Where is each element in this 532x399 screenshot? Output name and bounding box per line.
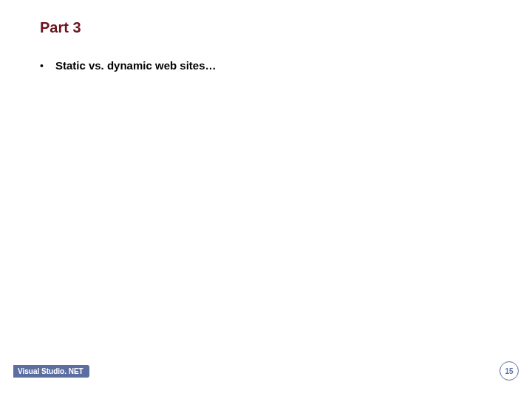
slide-title: Part 3 [40,19,81,36]
slide-footer: Visual Studio. NET 15 [13,364,519,378]
bullet-item: • Static vs. dynamic web sites… [40,59,492,72]
footer-product-label: Visual Studio. NET [13,365,89,378]
bullet-marker-icon: • [40,60,44,72]
bullet-text: Static vs. dynamic web sites… [55,59,216,72]
page-number-badge: 15 [499,361,519,381]
slide-content: • Static vs. dynamic web sites… [40,59,492,72]
